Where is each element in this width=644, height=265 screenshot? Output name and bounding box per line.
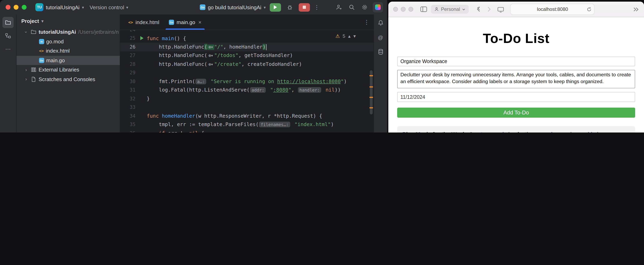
address-bar[interactable]: localhost:8080 [510,3,595,15]
minimize-window-button[interactable] [401,7,406,12]
code-line[interactable]: 34func homeHandler(w http.ResponseWriter… [120,112,374,120]
due-date-input[interactable] [397,92,635,102]
prev-problem-icon[interactable]: ▴ [348,33,350,39]
browser-toolbar: Personal localhost:8080 [388,1,644,17]
run-button[interactable] [270,3,281,11]
ai-assistant-button[interactable] [373,2,383,12]
tree-item-scratches[interactable]: › Scratches and Consoles [16,74,120,84]
settings-button[interactable] [360,2,370,12]
page-settings-button[interactable] [498,6,504,12]
warning-stripe-mark[interactable] [370,97,373,98]
chevron-right-icon [486,6,492,12]
project-panel-title: Project [21,18,39,24]
tree-root[interactable]: › tutorialUsingAi /Users/jetbrains/n [16,27,120,37]
window-controls [6,5,26,10]
tab-main-go[interactable]: Go main.go × [164,14,206,30]
titlebar-right [334,2,383,12]
run-line-marker[interactable] [140,36,144,40]
code-line[interactable]: 28 http.HandleFunc(⊕▾"/create", createTo… [120,60,374,68]
task-title-input[interactable] [397,57,635,66]
ai-chat-button[interactable]: @ [375,32,386,42]
warning-icon: ⚠ [336,33,340,39]
zoom-window-button[interactable] [22,5,26,10]
warning-stripe-mark[interactable] [370,86,373,87]
code-line[interactable]: 27 http.HandleFunc(⊕▾"/todos", getTodosH… [120,51,374,60]
safari-window: Personal localhost:8080 [388,1,644,132]
todo-page: To-Do List Add To-Do Plan Meals for the … [388,17,644,132]
ai-assistant-icon [375,4,381,10]
double-chevron-right-icon [632,6,639,12]
code-with-me-button[interactable] [334,2,344,12]
chevron-expanded-icon[interactable]: › [24,30,28,34]
tree-item-indexhtml[interactable]: <> index.html [16,46,120,56]
code-line[interactable]: 29 [120,68,374,77]
toolbar-overflow-button[interactable] [632,6,639,12]
close-window-button[interactable] [6,5,10,10]
database-button[interactable] [375,46,386,57]
run-configuration-selector[interactable]: Go go build tutorialUsingAi ▾ [200,4,266,10]
minimize-window-button[interactable] [14,5,18,10]
gear-icon [362,4,368,10]
page-title: To-Do List [397,31,635,46]
structure-tool-button[interactable] [2,30,14,41]
code-line[interactable]: 33 [120,103,374,112]
person-icon [434,7,439,12]
code-line[interactable]: 35 tmpl, err := template.ParseFiles(file… [120,120,374,129]
inspections-widget[interactable]: ⚠ 5 ▴ ▾ [336,33,356,39]
gomod-file-icon: m [39,39,44,44]
forward-button[interactable] [486,6,492,12]
back-button[interactable] [476,6,482,12]
reload-button[interactable] [587,7,592,12]
profile-name: Personal [441,6,460,12]
code-line[interactable]: 30 fmt.Println(a…: "Server is running on… [120,77,374,86]
close-window-button[interactable] [393,7,398,12]
add-user-icon [336,4,342,10]
tree-item-maingo[interactable]: Go main.go [16,56,120,65]
activity-bar: ⋯ [0,14,16,132]
vcs-widget[interactable]: Version control ▾ [90,4,128,10]
more-run-options-button[interactable]: ⋮ [314,4,320,10]
task-description-textarea[interactable] [397,70,635,88]
right-stripe: @ [374,14,387,132]
code-line[interactable]: 36 if err != nil { [120,129,374,132]
play-icon [274,5,277,9]
url-inlay-icon: ⊕▾ [207,62,214,67]
stop-button[interactable] [299,3,310,11]
warning-stripe-mark[interactable] [370,75,373,76]
warning-stripe-mark[interactable] [370,107,373,108]
todo-item: Plan Meals for the Week: Create a meal p… [397,126,635,132]
at-icon: @ [378,34,383,40]
sidebar-toggle-button[interactable] [420,6,427,12]
project-tool-button[interactable] [2,17,14,28]
add-todo-button[interactable]: Add To-Do [397,108,635,118]
tree-item-external-libraries[interactable]: › External Libraries [16,65,120,74]
code-editor[interactable]: 2425func main() {26 http.HandleFunc(⊕▾"/… [120,30,374,132]
chevron-collapsed-icon[interactable]: › [24,67,28,72]
chevron-collapsed-icon[interactable]: › [24,77,28,82]
tab-index-html[interactable]: <> index.html [124,14,164,30]
tree-root-path: /Users/jetbrains/n [78,29,118,35]
chevron-down-icon [462,7,466,11]
next-problem-icon[interactable]: ▾ [353,33,356,39]
tree-item-gomod[interactable]: m go.mod [16,37,120,46]
project-widget[interactable]: TU tutorialUsingAi ▾ [33,2,86,12]
close-tab-icon[interactable]: × [198,19,202,25]
notifications-button[interactable] [375,18,386,28]
search-icon [348,4,355,10]
profile-switcher[interactable]: Personal [431,5,469,14]
go-run-config-icon: Go [200,4,206,10]
chevron-left-icon [476,6,482,12]
code-line[interactable]: 31 log.Fatal(http.ListenAndServe(addr: "… [120,86,374,94]
project-panel-header[interactable]: Project ▾ [16,14,120,27]
more-tool-windows-button[interactable]: ⋯ [2,43,14,55]
code-line[interactable]: 32} [120,94,374,103]
debug-button[interactable] [285,2,295,12]
zoom-window-button[interactable] [408,7,413,12]
tab-options-button[interactable]: ⋮ [364,19,370,25]
go-file-icon: Go [169,19,174,25]
code-line[interactable]: 26 http.HandleFunc(⊕▾"/", homeHandler) [120,42,374,51]
structure-icon [5,32,11,39]
search-everywhere-button[interactable] [347,2,356,12]
reload-icon [587,7,592,12]
tree-item-label: main.go [46,57,65,63]
